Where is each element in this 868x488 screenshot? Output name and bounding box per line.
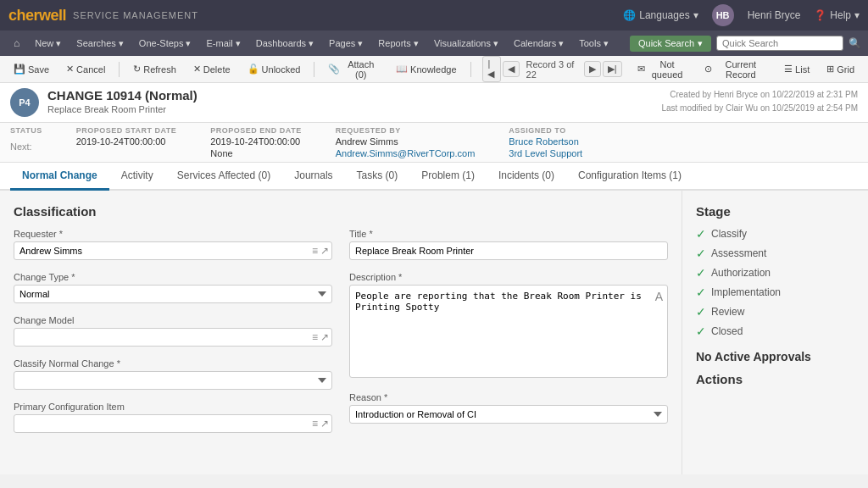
text-format-icon[interactable]: A [655,290,663,303]
attach-button[interactable]: 📎 Attach (0) [321,58,386,81]
primary-config-wrapper: ≡ ↗ [14,414,332,433]
grid-view-button[interactable]: ⊞ Grid [820,62,861,76]
tab-tasks[interactable]: Tasks (0) [345,163,410,191]
tab-journals[interactable]: Journals [282,163,344,191]
not-queued-button[interactable]: ✉ Not queued [631,58,694,81]
primary-config-input[interactable] [14,414,332,433]
tab-configuration-items[interactable]: Configuration Items (1) [566,163,693,191]
unlocked-button[interactable]: 🔓 Unlocked [241,62,308,76]
cancel-icon: ✕ [66,64,74,75]
first-record-button[interactable]: |◀ [482,56,500,82]
globe-icon[interactable]: 🌐 Languages ▾ [623,9,698,21]
description-textarea[interactable]: People are reporting that the Break Room… [349,285,668,378]
cherwell-logo: cherwell [8,7,66,25]
tab-incidents[interactable]: Incidents (0) [487,163,566,191]
menu-tools[interactable]: Tools ▾ [572,35,615,53]
closed-check-icon: ✓ [696,324,706,338]
top-navigation: cherwell SERVICE MANAGEMENT 🌐 Languages … [0,0,868,30]
record-navigation: |◀ ◀ Record 3 of 22 ▶ ▶| [482,56,621,82]
toolbar-right: ✉ Not queued ⊙ Current Record ☰ List ⊞ G… [631,58,861,81]
home-button[interactable]: ⌂ [7,34,26,53]
menu-email[interactable]: E-mail ▾ [199,35,247,53]
record-badge: P4 [10,88,39,117]
search-icon[interactable]: 🔍 [849,37,861,49]
menu-searches[interactable]: Searches ▾ [70,35,131,53]
tab-normal-change[interactable]: Normal Change [10,163,109,191]
tab-problem[interactable]: Problem (1) [409,163,487,191]
requester-field-wrapper: ≡ ↗ [14,241,332,260]
last-record-button[interactable]: ▶| [603,61,622,77]
menu-one-steps[interactable]: One-Steps ▾ [132,35,198,53]
proposed-end-label: PROPOSED END DATE [210,126,301,135]
title-input[interactable] [349,241,668,260]
description-group: Description * People are reporting that … [349,272,668,380]
main-content: Classification Requester * ≡ ↗ [0,191,682,474]
classify-label: Classify Normal Change * [14,358,332,369]
help-menu[interactable]: ❓ Help ▾ [814,9,860,21]
requested-by-field: REQUESTED BY Andrew Simms Andrew.Simms@R… [336,126,476,158]
menu-calendars[interactable]: Calendars ▾ [507,35,570,53]
grid-icon: ⊞ [826,64,834,75]
quick-search-input[interactable] [716,36,843,51]
record-counter: Record 3 of 22 [526,59,577,80]
change-type-select[interactable]: Normal [14,285,332,303]
stage-classify: ✓ Classify [696,227,854,241]
list-view-button[interactable]: ☰ List [777,62,816,76]
description-wrapper: People are reporting that the Break Room… [349,285,668,380]
change-type-group: Change Type * Normal [14,272,332,303]
user-menu[interactable]: Henri Bryce [748,9,801,21]
requested-by-value: Andrew Simms [336,136,476,147]
stage-closed: ✓ Closed [696,324,854,338]
primary-config-list-icon[interactable]: ≡ [312,418,318,430]
record-icon: ⊙ [704,64,712,75]
primary-config-open-icon[interactable]: ↗ [320,418,329,430]
requester-icons: ≡ ↗ [312,245,329,257]
reason-select[interactable]: Introduction or Removal of CI [349,405,668,424]
cancel-button[interactable]: ✕ Cancel [59,62,112,76]
record-subtitle: Replace Break Room Printer [47,104,198,114]
no-approvals-text: No Active Approvals [696,350,854,363]
assigned-to-link1[interactable]: Bruce Robertson [509,136,582,147]
menu-visualizations[interactable]: Visualizations ▾ [427,35,505,53]
stage-title: Stage [696,204,854,219]
refresh-button[interactable]: ↻ Refresh [126,62,183,76]
change-model-list-icon[interactable]: ≡ [312,331,318,343]
quick-search-button[interactable]: Quick Search ▾ [630,36,711,52]
stage-authorization: ✓ Authorization [696,266,854,280]
requester-list-icon[interactable]: ≡ [312,245,318,257]
delete-button[interactable]: ✕ Delete [186,62,237,76]
reason-label: Reason * [349,392,668,402]
prev-record-button[interactable]: ◀ [503,61,520,77]
assessment-check-icon: ✓ [696,247,706,260]
change-model-input[interactable] [14,328,332,347]
user-avatar: HB [712,4,734,26]
next-label: Next: [10,141,42,152]
menu-dashboards[interactable]: Dashboards ▾ [249,35,320,53]
current-record-button[interactable]: ⊙ Current Record [698,58,775,81]
classification-columns: Requester * ≡ ↗ Change Type * [14,229,668,445]
proposed-start-label: PROPOSED START DATE [76,126,177,135]
stage-implementation: ✓ Implementation [696,286,854,299]
requested-by-email[interactable]: Andrew.Simms@RiverTCorp.com [336,148,476,158]
requester-open-icon[interactable]: ↗ [320,245,329,257]
status-row: STATUS Next: PROPOSED START DATE 2019-10… [0,123,868,163]
record-header: P4 CHANGE 10914 (Normal) Replace Break R… [0,83,868,123]
save-button[interactable]: 💾 Save [7,62,56,76]
change-model-wrapper: ≡ ↗ [14,328,332,347]
knowledge-button[interactable]: 📖 Knowledge [389,62,463,76]
menu-new[interactable]: New ▾ [28,35,68,53]
change-model-open-icon[interactable]: ↗ [320,331,329,343]
top-nav-right: 🌐 Languages ▾ HB Henri Bryce ❓ Help ▾ [623,4,860,26]
list-icon: ☰ [784,64,793,75]
status-field: STATUS Next: [10,126,42,158]
menu-pages[interactable]: Pages ▾ [322,35,370,53]
next-record-button[interactable]: ▶ [584,61,601,77]
attach-icon: 📎 [328,64,340,75]
classify-select[interactable] [14,371,332,390]
menu-reports[interactable]: Reports ▾ [371,35,426,53]
assigned-to-link2[interactable]: 3rd Level Support [509,148,582,158]
tab-activity[interactable]: Activity [109,163,165,191]
tab-services-affected[interactable]: Services Affected (0) [165,163,283,191]
title-label: Title * [349,229,668,239]
requester-input[interactable] [14,241,332,260]
